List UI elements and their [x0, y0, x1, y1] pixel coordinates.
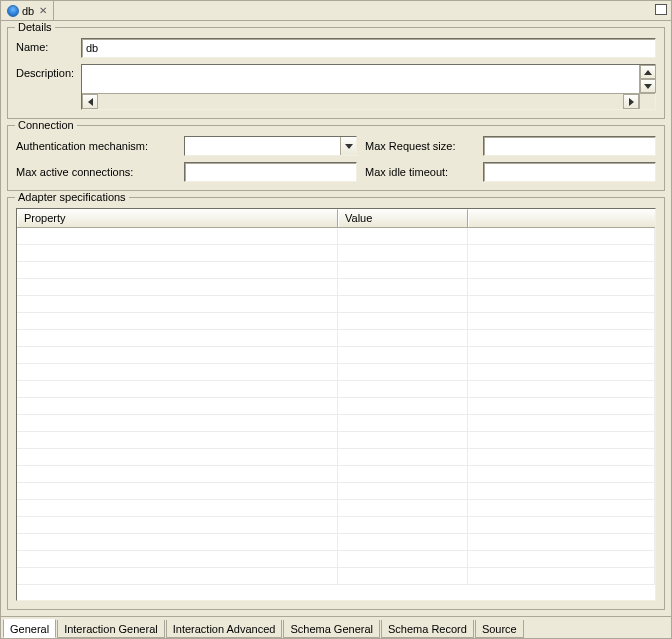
scroll-up-icon[interactable] — [640, 65, 656, 79]
table-row[interactable] — [17, 534, 655, 551]
scroll-left-icon[interactable] — [82, 94, 98, 109]
cell-value[interactable] — [338, 347, 468, 363]
cell-value[interactable] — [338, 313, 468, 329]
tab-general[interactable]: General — [3, 619, 56, 638]
cell-value[interactable] — [338, 568, 468, 584]
cell-property[interactable] — [17, 551, 338, 567]
name-field[interactable] — [81, 38, 656, 58]
cell-value[interactable] — [338, 296, 468, 312]
cell-value[interactable] — [338, 381, 468, 397]
cell-rest — [468, 568, 655, 584]
table-row[interactable] — [17, 228, 655, 245]
cell-property[interactable] — [17, 296, 338, 312]
tab-source[interactable]: Source — [475, 620, 524, 638]
scroll-right-icon[interactable] — [623, 94, 639, 109]
cell-property[interactable] — [17, 500, 338, 516]
cell-value[interactable] — [338, 279, 468, 295]
cell-rest — [468, 466, 655, 482]
table-row[interactable] — [17, 279, 655, 296]
cell-property[interactable] — [17, 432, 338, 448]
description-field[interactable] — [82, 65, 639, 93]
table-row[interactable] — [17, 381, 655, 398]
column-header-value[interactable]: Value — [338, 209, 468, 227]
cell-property[interactable] — [17, 245, 338, 261]
cell-value[interactable] — [338, 483, 468, 499]
cell-value[interactable] — [338, 449, 468, 465]
editor-tab-db[interactable]: db ✕ — [1, 1, 54, 20]
cell-property[interactable] — [17, 262, 338, 278]
cell-property[interactable] — [17, 228, 338, 244]
cell-property[interactable] — [17, 313, 338, 329]
cell-property[interactable] — [17, 534, 338, 550]
tab-interaction-general[interactable]: Interaction General — [57, 620, 165, 638]
cell-value[interactable] — [338, 398, 468, 414]
tab-interaction-advanced[interactable]: Interaction Advanced — [166, 620, 283, 638]
scroll-down-icon[interactable] — [640, 79, 656, 93]
cell-property[interactable] — [17, 483, 338, 499]
table-row[interactable] — [17, 347, 655, 364]
table-row[interactable] — [17, 466, 655, 483]
max-idle-field[interactable] — [483, 162, 656, 182]
cell-value[interactable] — [338, 415, 468, 431]
table-row[interactable] — [17, 398, 655, 415]
table-row[interactable] — [17, 330, 655, 347]
cell-property[interactable] — [17, 279, 338, 295]
table-row[interactable] — [17, 245, 655, 262]
cell-value[interactable] — [338, 330, 468, 346]
table-row[interactable] — [17, 568, 655, 585]
cell-rest — [468, 313, 655, 329]
cell-rest — [468, 330, 655, 346]
cell-property[interactable] — [17, 330, 338, 346]
table-row[interactable] — [17, 449, 655, 466]
cell-value[interactable] — [338, 364, 468, 380]
table-row[interactable] — [17, 262, 655, 279]
cell-property[interactable] — [17, 398, 338, 414]
table-row[interactable] — [17, 415, 655, 432]
table-row[interactable] — [17, 296, 655, 313]
cell-property[interactable] — [17, 517, 338, 533]
max-conn-field[interactable] — [184, 162, 357, 182]
cell-rest — [468, 381, 655, 397]
cell-property[interactable] — [17, 347, 338, 363]
adapter-table-body[interactable] — [17, 228, 655, 600]
cell-property[interactable] — [17, 568, 338, 584]
maximize-view-icon[interactable] — [655, 4, 667, 15]
cell-value[interactable] — [338, 500, 468, 516]
cell-rest — [468, 534, 655, 550]
table-row[interactable] — [17, 551, 655, 568]
cell-value[interactable] — [338, 228, 468, 244]
chevron-down-icon[interactable] — [340, 137, 356, 155]
cell-property[interactable] — [17, 381, 338, 397]
vertical-scrollbar[interactable] — [639, 65, 655, 93]
tab-schema-general[interactable]: Schema General — [283, 620, 380, 638]
auth-combo[interactable] — [184, 136, 357, 156]
cell-property[interactable] — [17, 466, 338, 482]
table-row[interactable] — [17, 364, 655, 381]
table-row[interactable] — [17, 432, 655, 449]
cell-value[interactable] — [338, 262, 468, 278]
tab-schema-record[interactable]: Schema Record — [381, 620, 474, 638]
table-row[interactable] — [17, 500, 655, 517]
cell-value[interactable] — [338, 534, 468, 550]
cell-property[interactable] — [17, 364, 338, 380]
description-label: Description: — [16, 64, 81, 79]
cell-value[interactable] — [338, 245, 468, 261]
cell-rest — [468, 483, 655, 499]
max-request-field[interactable] — [483, 136, 656, 156]
cell-property[interactable] — [17, 449, 338, 465]
cell-value[interactable] — [338, 551, 468, 567]
max-request-label: Max Request size: — [365, 140, 475, 152]
auth-combo-input[interactable] — [185, 137, 340, 155]
cell-value[interactable] — [338, 466, 468, 482]
db-icon — [7, 5, 19, 17]
bottom-tabstrip: GeneralInteraction GeneralInteraction Ad… — [1, 616, 671, 638]
table-row[interactable] — [17, 483, 655, 500]
table-row[interactable] — [17, 313, 655, 330]
table-row[interactable] — [17, 517, 655, 534]
cell-value[interactable] — [338, 517, 468, 533]
cell-value[interactable] — [338, 432, 468, 448]
cell-property[interactable] — [17, 415, 338, 431]
column-header-property[interactable]: Property — [17, 209, 338, 227]
horizontal-scrollbar[interactable] — [82, 93, 639, 109]
close-icon[interactable]: ✕ — [39, 5, 47, 16]
